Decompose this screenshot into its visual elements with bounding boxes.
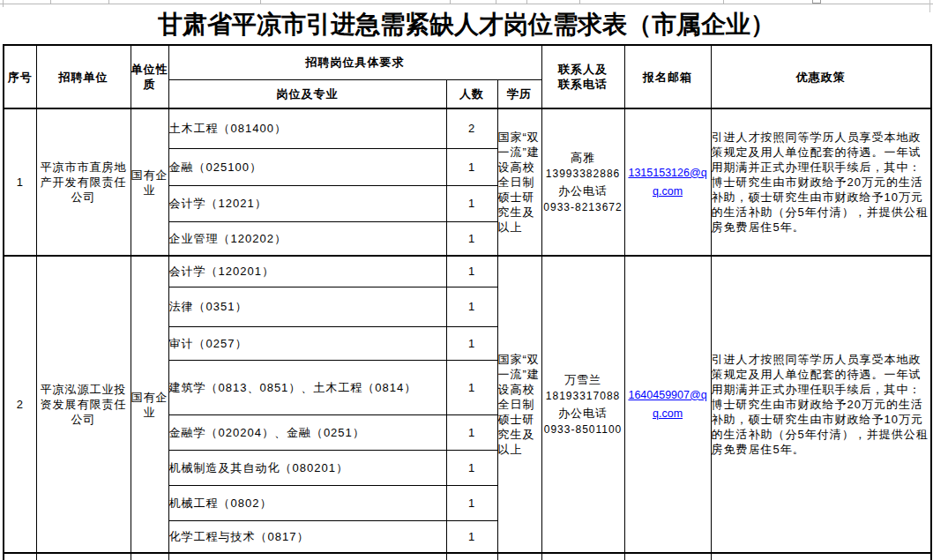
contact-office-label: 办公电话: [542, 405, 624, 422]
email-link[interactable]: 1640459907@qq.com: [628, 389, 706, 420]
grid-tick: [108, 0, 109, 4]
count-cell: 1: [446, 326, 497, 360]
serial-cell: 2: [4, 256, 36, 553]
count-cell: 1: [446, 520, 497, 553]
contact-office-phone: 0933-8213672: [542, 199, 624, 216]
position-cell: 机械制造及其自动化（080201）: [168, 450, 446, 485]
contact-mobile: 13993382886: [542, 166, 624, 183]
unit-type-cell: 国有企业: [131, 256, 168, 553]
email-link[interactable]: 1315153126@qq.com: [628, 167, 706, 198]
contact-name: 高雅: [542, 149, 624, 166]
count-cell: 1: [446, 221, 497, 256]
position-cell: 土木工程（081400）: [168, 108, 446, 148]
grid-remnant-strip: [0, 0, 933, 4]
contact-office-label: 办公电话: [542, 183, 624, 199]
position-cell: 机械工程（0802）: [168, 485, 446, 520]
table-row: 2 平凉泓源工业投资发展有限责任公司 国有企业 会计学（120201） 1 国家…: [4, 256, 931, 287]
degree-cell: [497, 553, 541, 560]
degree-cell: 国家“双一流”建设高校全日制硕士研究生及以上: [497, 256, 541, 553]
col-header-contact: 联系人及 联系电话: [541, 45, 624, 108]
grid-tick: [579, 0, 580, 4]
count-cell: 2: [446, 108, 497, 148]
position-cell: [168, 553, 446, 560]
grid-tick: [723, 0, 724, 4]
col-header-serial: 序号: [4, 45, 36, 108]
col-header-policy: 优惠政策: [711, 45, 931, 108]
count-cell: 1: [446, 450, 497, 485]
contact-cell: [541, 553, 624, 560]
contact-name: 万雪兰: [542, 371, 624, 388]
position-cell: 金融学（020204）、金融（0251）: [168, 414, 446, 450]
spreadsheet-view: 甘肃省平凉市引进急需紧缺人才岗位需求表（市属企业） 序号 招聘单位 单位性质 招…: [0, 0, 933, 560]
contact-mobile: 18193317088: [542, 388, 624, 405]
recruitment-table: 序号 招聘单位 单位性质 招聘岗位具体要求 联系人及 联系电话 报名邮箱 优惠政…: [3, 44, 932, 560]
grid-tick: [260, 0, 261, 4]
table-row: 1 平凉市市直房地产开发有限责任公司 国有企业 土木工程（081400） 2 国…: [4, 108, 931, 148]
grid-tick: [50, 0, 51, 4]
header-row-1: 序号 招聘单位 单位性质 招聘岗位具体要求 联系人及 联系电话 报名邮箱 优惠政…: [4, 45, 931, 79]
position-cell: 企业管理（120202）: [168, 221, 446, 256]
grid-tick: [450, 0, 451, 4]
count-cell: 1: [446, 256, 497, 287]
contact-cell: 万雪兰 18193317088 办公电话 0933-8501100: [541, 256, 624, 553]
table-row-partial: [4, 553, 931, 560]
col-header-degree: 学历: [497, 79, 541, 108]
policy-cell: [711, 553, 931, 560]
policy-cell: 引进人才按照同等学历人员享受本地政策规定及用人单位配套的待遇。一年试用期满并正式…: [711, 256, 931, 553]
contact-office-phone: 0933-8501100: [542, 422, 624, 438]
count-cell: 1: [446, 148, 497, 185]
grid-tick: [526, 0, 527, 4]
serial-cell: 1: [4, 108, 36, 256]
count-cell: 1: [446, 287, 497, 326]
unit-cell: 平凉市市直房地产开发有限责任公司: [36, 108, 131, 256]
col-header-unit-type: 单位性质: [131, 45, 168, 108]
count-cell: 1: [446, 485, 497, 520]
unit-type-cell: [131, 553, 168, 560]
position-cell: 会计学（12021）: [168, 185, 446, 221]
count-cell: 1: [446, 414, 497, 450]
unit-type-cell: 国有企业: [131, 108, 168, 256]
count-cell: 1: [446, 360, 497, 414]
unit-cell: 平凉泓源工业投资发展有限责任公司: [36, 256, 131, 553]
col-header-requirements: 招聘岗位具体要求: [168, 45, 541, 79]
col-header-email: 报名邮箱: [624, 45, 711, 108]
col-header-position: 岗位及专业: [168, 79, 446, 108]
grid-notch: [812, 0, 821, 4]
serial-cell: [4, 553, 36, 560]
col-header-unit: 招聘单位: [36, 45, 131, 108]
col-header-count: 人数: [446, 79, 497, 108]
policy-cell: 引进人才按照同等学历人员享受本地政策规定及用人单位配套的待遇。一年试用期满并正式…: [711, 108, 931, 256]
page-title: 甘肃省平凉市引进急需紧缺人才岗位需求表（市属企业）: [0, 5, 933, 44]
position-cell: 会计学（120201）: [168, 256, 446, 287]
position-cell: 审计（0257）: [168, 326, 446, 360]
contact-cell: 高雅 13993382886 办公电话 0933-8213672: [541, 108, 624, 256]
position-cell: 法律（0351）: [168, 287, 446, 326]
position-cell: 金融（025100）: [168, 148, 446, 185]
position-cell: 化学工程与技术（0817）: [168, 520, 446, 553]
degree-cell: 国家“双一流”建设高校全日制硕士研究生及以上: [497, 108, 541, 256]
count-cell: 1: [446, 185, 497, 221]
grid-tick: [496, 0, 496, 4]
count-cell: [446, 553, 497, 560]
email-cell: 1315153126@qq.com: [624, 108, 711, 256]
email-cell: 1640459907@qq.com: [624, 256, 711, 553]
position-cell: 建筑学（0813、0851）、土木工程（0814）: [168, 360, 446, 414]
email-cell: [624, 553, 711, 560]
unit-cell: [36, 553, 131, 560]
